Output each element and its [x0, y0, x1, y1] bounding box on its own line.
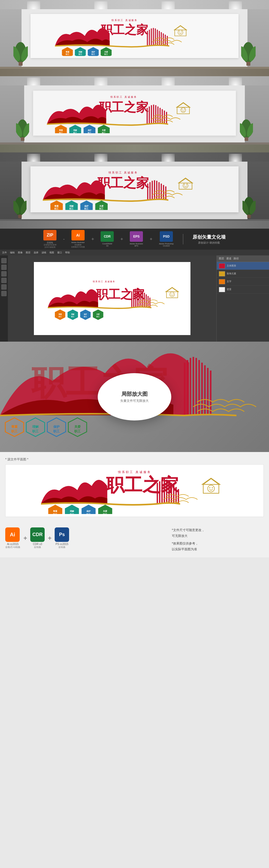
- svg-text:职工之家: 职工之家: [96, 287, 145, 301]
- info-bar: ZIP 压缩包 压缩包内含多种 文件方便使用 - Ai Adobe Illust…: [0, 229, 269, 250]
- ps-layer-name: 背景: [227, 288, 231, 291]
- software-left: Ai Ai cc2015 全格式+G转曲 + CDR CDR x3 全转曲 + …: [5, 527, 164, 549]
- svg-text:职工: 职工: [103, 513, 107, 514]
- ps-menu-filter[interactable]: 滤镜: [41, 251, 46, 254]
- ps-tool-5[interactable]: [1, 284, 7, 289]
- marble-floor: [0, 221, 269, 229]
- center-wall-1: 情系职工 真诚服务: [22, 9, 247, 67]
- svg-rect-45: [160, 108, 161, 124]
- svg-text:保护: 保护: [53, 425, 60, 429]
- svg-text:职工: 职工: [86, 513, 91, 514]
- ps-menu-select[interactable]: 选择: [34, 251, 38, 254]
- light-spot: [229, 1, 242, 9]
- svg-rect-79: [154, 180, 155, 200]
- ps-layer-item[interactable]: 背景: [217, 286, 269, 293]
- ps-menu-file[interactable]: 文件: [2, 251, 7, 254]
- ps-menubar: 文件 编辑 图像 图层 选择 滤镜 视图 窗口 帮助: [0, 250, 269, 255]
- culture-wall-svg-1: 情系职工 真诚服务: [36, 16, 233, 56]
- svg-text:尊重: 尊重: [55, 205, 59, 207]
- svg-text:职工: 职工: [96, 316, 100, 317]
- ps-toolbar: [0, 255, 8, 342]
- ps-layer-name: 装饰元素: [227, 272, 236, 275]
- zip-badge: ZIP: [43, 230, 57, 241]
- svg-marker-86: [179, 179, 192, 189]
- ps-tool-1[interactable]: [1, 258, 7, 263]
- ps-menu-help[interactable]: 帮助: [65, 251, 70, 254]
- svg-text:情系职工 真诚服务: 情系职工 真诚服务: [118, 470, 151, 473]
- light-spot: [94, 1, 107, 9]
- svg-rect-5: [155, 29, 156, 46]
- light-spot: [162, 78, 175, 85]
- svg-marker-181: [48, 504, 62, 514]
- svg-text:职工: 职工: [71, 316, 74, 317]
- ps-menu-layer[interactable]: 图层: [26, 251, 31, 254]
- svg-text:职工之家: 职工之家: [101, 23, 148, 37]
- eps-badge: EPS: [130, 231, 143, 242]
- svg-point-180: [212, 487, 213, 488]
- ps-version-label: PS cc2015: [55, 542, 69, 546]
- format-zip: ZIP 压缩包 压缩包内含多种 文件方便使用: [43, 230, 57, 248]
- svg-text:职工之家: 职工之家: [97, 175, 149, 190]
- software-icons-row: Ai Ai cc2015 全格式+G转曲 + CDR CDR x3 全转曲 + …: [5, 527, 164, 549]
- ps-layer-item[interactable]: 主体图形: [217, 262, 269, 270]
- cdr-icon: CDR: [30, 527, 45, 542]
- ai-label: Ai: [76, 233, 80, 237]
- ps-tool-3[interactable]: [1, 271, 7, 276]
- svg-rect-41: [151, 105, 152, 124]
- svg-rect-40: [149, 106, 150, 124]
- light-spot: [229, 154, 242, 162]
- ceiling-3: [0, 152, 269, 162]
- ps-tool-4[interactable]: [1, 278, 7, 283]
- ai-sublabel: 全格式+G转曲: [5, 546, 20, 549]
- svg-text:职工: 职工: [65, 54, 69, 56]
- light-spot: [162, 154, 175, 162]
- zip-label: ZIP: [47, 233, 53, 238]
- ps-editor: 文件 编辑 图像 图层 选择 滤镜 视图 窗口 帮助 情系职工 真诚服务: [0, 250, 269, 342]
- svg-text:保护: 保护: [88, 129, 92, 131]
- svg-text:理解: 理解: [73, 129, 77, 131]
- ps-tool-6[interactable]: [1, 291, 7, 296]
- svg-marker-176: [203, 478, 218, 493]
- ps-layer-item[interactable]: 装饰元素: [217, 270, 269, 278]
- floor: [0, 69, 269, 76]
- plant-left-3: [13, 194, 27, 219]
- svg-rect-42: [153, 104, 154, 124]
- format-cdr: CDR CorelDRAW X3: [101, 231, 114, 247]
- ps-menu-edit[interactable]: 编辑: [10, 251, 15, 254]
- light-spot: [27, 154, 40, 162]
- ps-tab-channels[interactable]: 通道: [226, 257, 231, 260]
- format-psd: PSD Adobe Photoshop CC2015: [159, 231, 174, 247]
- cdr-version-label: CDR x3: [30, 542, 45, 546]
- ps-menu-image[interactable]: 图像: [18, 251, 23, 254]
- ps-layer-thumb: [219, 287, 225, 292]
- svg-point-52: [181, 107, 186, 112]
- format-eps: EPS Adobe Illustrator EPS: [130, 231, 143, 247]
- cdr-sublabel: 全转曲: [30, 546, 45, 549]
- svg-text:尊重: 尊重: [66, 51, 69, 53]
- svg-rect-80: [156, 181, 157, 200]
- ps-canvas-svg: 情系职工 真诚服务: [42, 269, 182, 328]
- ps-tool-2[interactable]: [1, 265, 7, 270]
- svg-text:尊重: 尊重: [59, 313, 62, 315]
- cdr-description: CorelDRAW X3: [102, 243, 112, 247]
- flat-plan-section: * 源文件平面图 * 情系职工 真诚服务: [0, 452, 269, 522]
- zip-description: 压缩包 压缩包内含多种 文件方便使用: [44, 242, 57, 248]
- closeup-subtitle: 矢量文件可无限放大: [120, 399, 149, 403]
- ps-menu-window[interactable]: 窗口: [57, 251, 62, 254]
- scene-2: 情系职工 真诚服务: [0, 76, 269, 152]
- svg-rect-106: [18, 215, 22, 218]
- light-spot: [27, 78, 40, 85]
- svg-point-178: [207, 485, 214, 492]
- closeup-overlay: 局部放大图 矢量文件可无限放大: [98, 373, 171, 421]
- svg-point-15: [178, 30, 183, 35]
- plus-icon-2: +: [48, 534, 52, 542]
- ps-tab-paths[interactable]: 路径: [234, 257, 239, 260]
- ps-menu-view[interactable]: 视图: [49, 251, 54, 254]
- ps-tab-layers[interactable]: 图层: [219, 257, 224, 260]
- ps-layer-item[interactable]: 文字: [217, 278, 269, 286]
- svg-text:职工: 职工: [83, 316, 87, 317]
- ai-badge: Ai: [71, 230, 85, 241]
- svg-rect-145: [196, 358, 197, 415]
- svg-rect-4: [153, 28, 154, 46]
- center-wall-2: 情系职工 真诚服务: [24, 85, 245, 143]
